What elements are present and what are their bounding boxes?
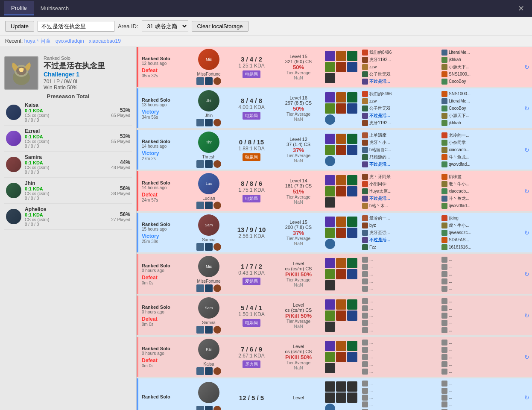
refresh-button[interactable]: ↻ <box>522 378 532 410</box>
player-entry: b站丶木... <box>362 203 441 209</box>
player-entry: 不过是活... <box>362 79 441 85</box>
match-champion: Sam Samira <box>190 296 228 335</box>
player-entry: 不过是活... <box>362 113 441 119</box>
item-slot <box>336 228 346 238</box>
match-result: Defeat <box>142 275 186 281</box>
match-row: Ranked Solo 0 hours ago Defeat 0m 0s Kai… <box>137 337 532 377</box>
svg-point-3 <box>19 68 23 72</box>
player-champ-icon <box>441 105 447 111</box>
summoner-name: 不过是活在执念里 <box>44 61 132 71</box>
champion-winrate: 53% <box>120 133 130 139</box>
item-slot <box>325 186 335 196</box>
match-score: 3 / 4 / 2 1.25:1 KDA 电娟局 <box>228 47 275 87</box>
close-button[interactable]: ✕ <box>514 2 528 15</box>
recent-link-2[interactable]: qwxvdfadqin <box>56 38 84 44</box>
champion-portrait: Mis <box>198 256 219 277</box>
refresh-button[interactable]: ↻ <box>522 337 532 377</box>
player-champ-icon <box>441 305 447 311</box>
rank-label: Challenger 1 <box>44 71 132 78</box>
item-slot <box>347 186 357 196</box>
refresh-button[interactable]: ↻ <box>522 88 532 128</box>
player-name: CocoBoy <box>449 106 466 111</box>
player-champ-icon <box>362 154 368 160</box>
champion-kda: 0:1 KDA <box>25 108 108 113</box>
tab-multisearch[interactable]: Multisearch <box>34 2 76 15</box>
stat-cs: 200 (7.8) CS <box>285 225 312 230</box>
stat-tier: Tier Average <box>286 70 310 75</box>
player-champ-icon <box>362 91 368 97</box>
spell-2 <box>205 406 213 410</box>
stat-level: Level <box>293 395 304 400</box>
players-col-left: 最冷的一... byz 虎牙至强... 不过是活... Fzz <box>362 214 441 251</box>
search-input[interactable] <box>38 21 114 32</box>
match-type: Ranked Solo <box>142 394 186 399</box>
player-name: ... <box>369 340 373 345</box>
item-slot <box>325 392 335 403</box>
players-col-left: 虎丶牙阿呆 小阳同学 Huya太原... 不过是活... b站丶木... <box>362 173 441 209</box>
update-button[interactable]: Update <box>5 21 34 32</box>
spells-row <box>196 326 221 334</box>
stat-cs: 181 (7.3) CS <box>285 183 312 188</box>
match-result: Defeat <box>142 67 186 73</box>
match-result: Victory <box>142 233 186 239</box>
player-champ-icon <box>441 401 447 407</box>
refresh-button[interactable]: ↻ <box>522 171 532 211</box>
tab-profile[interactable]: Profile <box>4 1 34 15</box>
match-duration: 0m 0s <box>142 322 186 327</box>
player-champ-icon <box>362 340 368 346</box>
match-time: 13 hours ago <box>142 102 186 107</box>
stat-level: Level 14 <box>289 178 307 183</box>
profile-top: Ranked Solo 不过是活在执念里 Challenger 1 701 LP… <box>4 56 132 91</box>
player-entry: 虎牙1192... <box>362 120 441 126</box>
player-name: 小源天下... <box>449 64 469 70</box>
refresh-button[interactable]: ↻ <box>522 130 532 170</box>
champion-details: 53% 55 Played <box>111 133 130 144</box>
item-slot <box>325 103 335 114</box>
player-name: 只顾源的... <box>369 154 390 160</box>
clear-storage-button[interactable]: Clear localStorage <box>192 21 248 32</box>
kda-ratio: 1.88:1 KDA <box>238 146 264 152</box>
champion-portrait <box>198 382 219 403</box>
player-champ-icon <box>441 347 447 353</box>
stat-tier: Tier Average <box>286 195 310 199</box>
champion-row: Ezreal 0:1 KDA CS cs (cs/m) 0 / 0 / 0 53… <box>4 126 132 152</box>
refresh-button[interactable]: ↻ <box>522 296 532 335</box>
player-entry: jkhkah <box>441 57 520 63</box>
player-champ-icon <box>362 286 368 292</box>
match-champion: Jhi Jhin <box>190 88 228 128</box>
refresh-button[interactable]: ↻ <box>522 213 532 252</box>
champion-winrate: 53% <box>120 107 130 113</box>
player-entry: ... <box>362 340 441 346</box>
player-entry: qwxvdfad... <box>441 203 520 209</box>
player-champ-icon <box>362 71 368 77</box>
player-name: qweasdzc... <box>449 230 471 235</box>
spells-row <box>196 160 221 168</box>
refresh-button[interactable]: ↻ <box>522 47 532 87</box>
player-entry: 公子世无双 <box>362 71 441 77</box>
match-players: ... ... ... ... ... ... <box>360 378 522 410</box>
items-grid <box>325 381 357 410</box>
item-slot <box>347 381 357 392</box>
kda-ratio: 2.67:1 KDA <box>238 353 264 359</box>
match-duration: 34m 56s <box>142 115 186 120</box>
player-entry: 公子世无双 <box>362 105 441 111</box>
item-slot <box>347 392 357 403</box>
recent-link-1[interactable]: huya丶河童 <box>24 38 51 44</box>
player-entry: ... <box>362 381 441 387</box>
stat-nan: NaN <box>294 282 303 287</box>
champion-kda: 0:1 KDA <box>25 186 108 191</box>
player-entry: ... <box>362 305 441 311</box>
spell-1 <box>196 367 204 375</box>
match-stats: Level 14 181 (7.3) CS 51% Tier Average N… <box>275 171 322 211</box>
recent-link-3[interactable]: xiaocaobao19 <box>89 38 121 44</box>
player-entry: jjking <box>441 215 520 221</box>
refresh-button[interactable]: ↻ <box>522 254 532 294</box>
match-type: Ranked Solo <box>142 139 186 144</box>
kda-score: 5 / 4 / 1 <box>241 304 262 311</box>
item-slot <box>336 269 346 279</box>
item-slot <box>336 341 346 351</box>
champion-cs: CS cs (cs/m) <box>25 217 108 222</box>
match-items <box>322 213 360 252</box>
player-champ-icon <box>441 257 447 263</box>
area-select[interactable]: 31 峡谷之巅 <box>142 20 188 32</box>
